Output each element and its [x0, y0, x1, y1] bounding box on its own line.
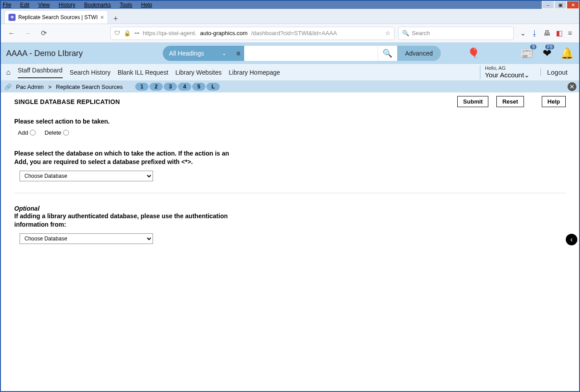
breadcrumb-root[interactable]: Pac Admin: [16, 84, 44, 90]
pager-1[interactable]: 1: [135, 83, 149, 91]
menu-tools[interactable]: Tools: [120, 2, 137, 8]
help-button[interactable]: Help: [542, 96, 566, 107]
window-controls: – ▣ ✕: [542, 1, 579, 9]
home-icon[interactable]: ⌂: [6, 68, 11, 76]
account-label: Your Account: [485, 71, 524, 79]
menu-help[interactable]: Help: [141, 2, 157, 8]
pager-5[interactable]: 5: [192, 83, 205, 91]
app-header: AAAA - Demo LIbrary All Headings ⌄ ≣ 🔍 A…: [1, 43, 579, 64]
lock-icon: 🔒: [124, 30, 131, 36]
browser-toolbar: ← → ⟳ 🛡 🔒 ⊶ https://qa-stwi-agent.auto-g…: [1, 24, 579, 43]
tab-title: Replicate Search Sources | STWI: [18, 14, 98, 20]
lists-icon[interactable]: 📰 9: [520, 47, 534, 60]
chain-icon: 🔗: [4, 84, 12, 90]
radio-add-label[interactable]: Add: [18, 129, 36, 136]
chevron-down-icon: ⌄: [222, 50, 226, 56]
breadcrumb-current: Replicate Search Sources: [56, 84, 123, 90]
account-dropdown[interactable]: Hello, AG Your Account⌄: [480, 65, 534, 79]
catalog-search-button[interactable]: 🔍: [378, 46, 397, 61]
hamburger-menu-icon[interactable]: ≡: [568, 29, 572, 37]
radio-add-text: Add: [18, 129, 28, 136]
menu-edit[interactable]: Edit: [20, 2, 34, 8]
nav-library-websites[interactable]: Library Websites: [175, 69, 222, 76]
favorites-badge: F9: [545, 44, 554, 49]
permissions-icon: ⊶: [134, 30, 139, 36]
url-path: /dashboard?cid=STWI&lid=AAAA: [251, 30, 337, 36]
lists-badge: 9: [530, 44, 536, 49]
nav-blank-ill[interactable]: Blank ILL Request: [117, 69, 168, 76]
url-prefix: https://qa-stwi-agent.: [143, 30, 197, 36]
radio-add[interactable]: [30, 130, 36, 136]
pager-4[interactable]: 4: [178, 83, 191, 91]
window-close-button[interactable]: ✕: [567, 1, 579, 9]
reset-button[interactable]: Reset: [496, 96, 524, 107]
menu-view[interactable]: View: [38, 2, 54, 8]
tab-close-button[interactable]: ×: [101, 14, 104, 21]
auth-database-select[interactable]: Choose Database: [20, 233, 153, 244]
divider: [14, 193, 566, 193]
pager-last[interactable]: L: [206, 83, 220, 91]
search-placeholder: Search: [412, 30, 430, 36]
library-name: AAAA - Demo LIbrary: [6, 49, 83, 58]
content-area: SINGLE DATABASE REPLICATION Submit Reset…: [1, 92, 579, 248]
pager: 1 2 3 4 5 L: [135, 83, 220, 91]
menu-bookmarks[interactable]: Bookmarks: [84, 2, 115, 8]
back-button[interactable]: ←: [5, 27, 18, 40]
breadcrumb-bar: 🔗 Pac Admin > Replicate Search Sources 1…: [1, 81, 579, 92]
side-expand-button[interactable]: ‹: [566, 234, 577, 245]
action-label: Please select action to be taken.: [14, 118, 566, 125]
chevron-down-icon: ⌄: [524, 71, 530, 79]
db-instructions: Please select the database on which to t…: [14, 149, 241, 166]
database-icon[interactable]: ≣: [233, 46, 244, 61]
browser-right-icons: ⌄ ⭳ 🖶 ◧ ≡: [517, 29, 575, 37]
balloon-icon[interactable]: 🎈: [467, 48, 479, 59]
menu-file[interactable]: File: [3, 2, 16, 8]
window-maximize-button[interactable]: ▣: [554, 1, 567, 9]
page-title: SINGLE DATABASE REPLICATION: [14, 98, 120, 105]
account-greeting: Hello, AG: [485, 65, 530, 71]
reload-button[interactable]: ⟳: [37, 27, 50, 40]
search-scope-dropdown[interactable]: All Headings ⌄: [163, 46, 233, 61]
catalog-search-cluster: All Headings ⌄ ≣ 🔍 Advanced: [163, 46, 441, 61]
favorites-icon[interactable]: ❤ F9: [543, 47, 552, 60]
browser-search-box[interactable]: 🔍 Search: [398, 27, 514, 40]
radio-delete-text: Delete: [44, 129, 61, 136]
pager-3[interactable]: 3: [164, 83, 177, 91]
database-select[interactable]: Choose Database: [20, 171, 153, 181]
nav-staff-dashboard[interactable]: Staff Dashboard: [18, 67, 63, 78]
optional-label: Optional: [14, 205, 566, 212]
bookmark-star-icon[interactable]: ☆: [385, 30, 391, 36]
close-panel-button[interactable]: ✕: [568, 82, 576, 91]
favicon-icon: ❖: [8, 14, 16, 21]
nav-library-homepage[interactable]: Library Homepage: [229, 69, 280, 76]
print-icon[interactable]: 🖶: [544, 29, 551, 37]
url-domain: auto-graphics.com: [200, 30, 248, 36]
radio-delete-label[interactable]: Delete: [44, 129, 69, 136]
logout-link[interactable]: Logout: [540, 68, 574, 76]
extension-icon[interactable]: ◧: [556, 29, 563, 37]
advanced-search-button[interactable]: Advanced: [397, 46, 441, 61]
os-menubar: File Edit View History Bookmarks Tools H…: [1, 1, 579, 9]
auth-instructions: If adding a library authenticated databa…: [14, 212, 241, 229]
search-icon: 🔍: [402, 30, 409, 36]
notifications-icon[interactable]: 🔔: [560, 47, 574, 60]
main-nav: ⌂ Staff Dashboard Search History Blank I…: [1, 64, 579, 81]
new-tab-button[interactable]: +: [113, 14, 118, 24]
catalog-search-input[interactable]: [244, 46, 378, 61]
shield-icon: 🛡: [114, 30, 120, 36]
breadcrumb-sep: >: [48, 84, 52, 90]
menu-history[interactable]: History: [59, 2, 80, 8]
search-scope-label: All Headings: [169, 50, 204, 57]
url-bar[interactable]: 🛡 🔒 ⊶ https://qa-stwi-agent.auto-graphic…: [110, 27, 395, 40]
browser-tab[interactable]: ❖ Replicate Search Sources | STWI ×: [4, 10, 108, 24]
nav-search-history[interactable]: Search History: [70, 69, 111, 76]
browser-tab-strip: ❖ Replicate Search Sources | STWI × +: [1, 9, 579, 24]
window-minimize-button[interactable]: –: [542, 1, 554, 9]
header-right-icons: 📰 9 ❤ F9 🔔: [520, 47, 574, 60]
forward-button[interactable]: →: [21, 27, 34, 40]
pager-2[interactable]: 2: [149, 83, 163, 91]
radio-delete[interactable]: [63, 130, 69, 136]
pocket-icon[interactable]: ⌄: [520, 29, 526, 37]
submit-button[interactable]: Submit: [457, 96, 488, 107]
downloads-icon[interactable]: ⭳: [531, 29, 538, 37]
